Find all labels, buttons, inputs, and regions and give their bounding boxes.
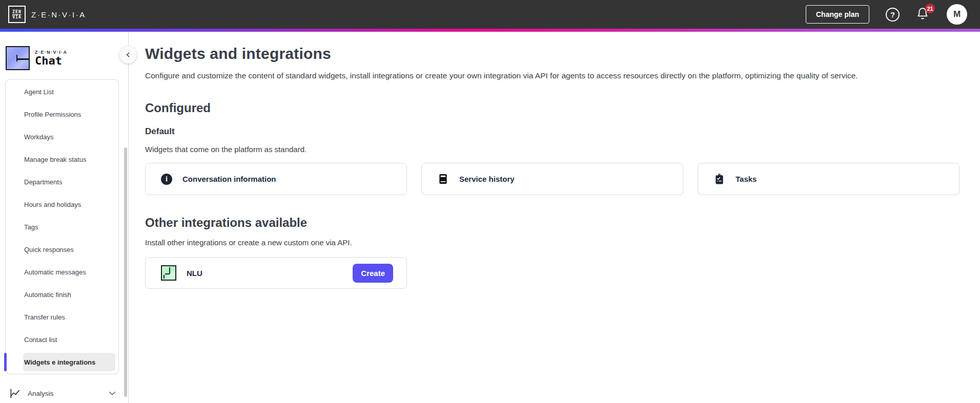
sidebar-item-profile-permissions[interactable]: Profile Permissions: [6, 103, 118, 125]
other-integrations-description: Install other integrations or create a n…: [145, 238, 959, 247]
sidebar-brand-text: Z·E·N·V·I·A: [35, 50, 67, 55]
notification-badge: 21: [925, 4, 935, 13]
integration-card-nlu: NLU Create: [145, 257, 407, 289]
change-plan-button[interactable]: Change plan: [806, 5, 869, 24]
widget-card-label: Conversation information: [182, 175, 276, 183]
chevron-down-icon: [108, 389, 117, 398]
line-chart-icon: [9, 388, 21, 399]
create-nlu-button[interactable]: Create: [353, 264, 393, 283]
help-icon[interactable]: ?: [886, 8, 900, 22]
topbar-actions: Change plan ? 21 M: [806, 4, 967, 25]
default-description: Widgets that come on the platform as sta…: [145, 145, 959, 154]
zenvia-wordmark: Z·E·N·V·I·A: [31, 10, 86, 19]
integration-label: NLU: [187, 269, 202, 278]
configured-heading: Configured: [145, 101, 959, 115]
widget-card-label: Service history: [459, 175, 515, 183]
logo-top-text: ZEN: [12, 10, 21, 15]
clipboard-check-icon: [713, 173, 725, 185]
sidebar-collapse-button[interactable]: [119, 46, 137, 63]
logo-bottom-text: VIA: [12, 15, 21, 19]
sidebar-item-agent-list[interactable]: Agent List: [6, 80, 118, 103]
chevron-left-icon: [124, 51, 132, 59]
info-circle-icon: i: [161, 174, 172, 185]
other-integrations-heading: Other integrations available: [145, 216, 959, 230]
page-title: Widgets and integrations: [145, 45, 959, 62]
sidebar-item-workdays[interactable]: Workdays: [6, 125, 118, 148]
sidebar-item-automatic-messages[interactable]: Automatic messages: [6, 261, 118, 283]
main-content: Widgets and integrations Configure and c…: [129, 32, 980, 403]
sidebar-item-label: Analysis: [28, 390, 53, 397]
sidebar-item-analysis[interactable]: Analysis: [5, 382, 119, 403]
widget-card-tasks[interactable]: Tasks: [698, 163, 959, 195]
sidebar-item-tags[interactable]: Tags: [6, 216, 118, 238]
topbar: ZEN VIA Z·E·N·V·I·A Change plan ? 21 M: [0, 0, 980, 29]
sidebar-scrollbar[interactable]: [124, 147, 127, 397]
sidebar-item-departments[interactable]: Departments: [6, 171, 118, 193]
zenvia-chat-product: Z·E·N·V·I·A Chat: [0, 32, 128, 70]
settings-submenu: Agent ListProfile PermissionsWorkdaysMan…: [5, 79, 119, 374]
sidebar-item-manage-break-status[interactable]: Manage break status: [6, 148, 118, 171]
sidebar-item-contact-list[interactable]: Contact list: [6, 328, 118, 351]
book-icon: [437, 173, 449, 185]
sidebar-product-name: Chat: [35, 55, 67, 67]
nlu-pixel-icon: [161, 265, 176, 281]
default-subheading: Default: [145, 126, 959, 137]
sidebar-item-automatic-finish[interactable]: Automatic finish: [6, 283, 118, 306]
avatar[interactable]: M: [947, 4, 967, 25]
widget-card-service-history[interactable]: Service history: [421, 163, 683, 195]
sidebar-item-hours-and-holidays[interactable]: Hours and holidays: [6, 193, 118, 216]
sidebar-item-transfer-rules[interactable]: Transfer rules: [6, 306, 118, 328]
widget-card-label: Tasks: [736, 175, 757, 183]
sidebar-item-quick-responses[interactable]: Quick responses: [6, 238, 118, 261]
sidebar-item-widgets-e-integrations[interactable]: Widgets e integrations: [6, 351, 118, 373]
widget-card-conversation-information[interactable]: i Conversation information: [145, 163, 407, 195]
default-widgets-row: i Conversation information Service histo…: [145, 163, 959, 195]
sidebar: Z·E·N·V·I·A Chat Agent ListProfile Permi…: [0, 32, 129, 403]
page-description: Configure and customize the content of s…: [145, 71, 959, 80]
notifications-button[interactable]: 21: [916, 7, 930, 22]
zenvia-home-link[interactable]: ZEN VIA Z·E·N·V·I·A: [8, 6, 86, 23]
zenvia-logo-icon: ZEN VIA: [8, 6, 26, 23]
zenvia-chat-logo-icon: [6, 46, 30, 70]
